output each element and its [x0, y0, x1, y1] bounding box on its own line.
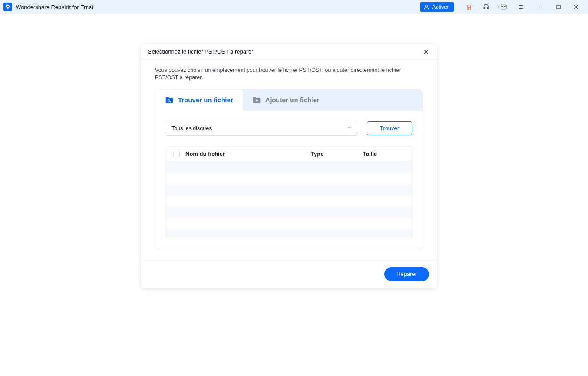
table-row [166, 195, 412, 207]
menu-icon[interactable] [517, 3, 525, 11]
mail-icon[interactable] [499, 3, 508, 11]
svg-rect-11 [557, 5, 560, 9]
cart-icon[interactable] [464, 3, 473, 11]
disk-select-value: Tous les disques [171, 125, 212, 131]
close-dialog-icon[interactable] [422, 48, 430, 56]
table-row [166, 218, 412, 229]
table-row [166, 184, 412, 195]
disk-select[interactable]: Tous les disques [166, 121, 357, 136]
table-row [166, 161, 412, 173]
window-controls [532, 3, 585, 11]
tab-find-file[interactable]: Trouver un fichier [155, 90, 243, 111]
app-logo-icon [3, 3, 12, 11]
chevron-down-icon [346, 125, 352, 131]
file-panel: Trouver un fichier Ajouter un fichier To… [155, 89, 423, 249]
svg-rect-5 [487, 7, 489, 9]
table-row [166, 229, 412, 238]
app-title: Wondershare Repairit for Email [16, 4, 94, 10]
column-filename: Nom du fichier [185, 151, 311, 157]
svg-rect-4 [484, 7, 485, 9]
maximize-icon[interactable] [554, 3, 563, 11]
folder-search-icon [165, 96, 174, 104]
table-header: Nom du fichier Type Taille [166, 147, 412, 161]
column-size: Taille [363, 151, 407, 157]
table-row [166, 207, 412, 218]
select-file-dialog: Sélectionnez le fichier PST/OST à répare… [141, 44, 437, 288]
tabs: Trouver un fichier Ajouter un fichier [155, 90, 423, 111]
tab-add-label: Ajouter un fichier [265, 96, 319, 104]
find-button[interactable]: Trouver [367, 121, 412, 135]
dialog-footer: Réparer [141, 260, 437, 288]
dialog-description: Vous pouvez choisir un emplacement pour … [155, 67, 423, 81]
tab-add-file[interactable]: Ajouter un fichier [243, 90, 329, 111]
dialog-title: Sélectionnez le fichier PST/OST à répare… [148, 48, 253, 55]
dialog-header: Sélectionnez le fichier PST/OST à répare… [141, 44, 437, 60]
repair-button[interactable]: Réparer [384, 267, 429, 281]
select-all-checkbox[interactable] [173, 151, 180, 157]
support-icon[interactable] [482, 3, 491, 11]
svg-point-17 [168, 100, 170, 101]
svg-point-3 [470, 9, 470, 10]
svg-point-1 [425, 5, 427, 7]
folder-add-icon [252, 96, 261, 104]
activate-label: Activer [432, 4, 449, 10]
svg-point-2 [468, 9, 469, 10]
svg-point-0 [7, 6, 9, 7]
titlebar: Wondershare Repairit for Email Activer [0, 0, 588, 14]
close-window-icon[interactable] [571, 3, 580, 11]
tab-find-label: Trouver un fichier [178, 96, 233, 104]
file-table: Nom du fichier Type Taille [166, 146, 412, 238]
column-type: Type [311, 151, 363, 157]
table-row [166, 173, 412, 184]
minimize-icon[interactable] [537, 3, 545, 11]
activate-button[interactable]: Activer [420, 2, 454, 12]
